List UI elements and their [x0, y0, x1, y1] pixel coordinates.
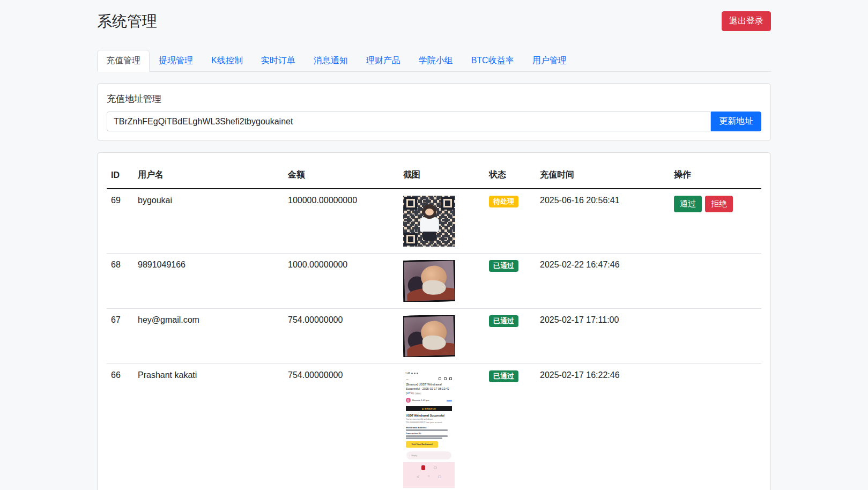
cell-status: 已通过 [485, 364, 536, 490]
tab-wealth-products-link[interactable]: 理财产品 [357, 50, 410, 72]
page-title: 系统管理 [97, 11, 157, 32]
txid-text-line [406, 437, 442, 439]
youtube-icon [421, 465, 425, 470]
cell-actions [670, 364, 761, 490]
header-id: ID [107, 162, 133, 189]
nav-home-icon: ○ [428, 474, 430, 478]
cell-amount: 1000.00000000 [284, 254, 399, 309]
table-row: 69 bygoukai 100000.00000000 [107, 189, 761, 254]
status-badge-pending: 待处理 [489, 196, 518, 207]
cell-id: 68 [107, 254, 133, 309]
cell-time: 2025-02-22 16:47:46 [536, 254, 670, 309]
header-username: 用户名 [133, 162, 284, 189]
sender-avatar: B [406, 398, 411, 403]
binance-brand-banner: ◆ BINANCE [406, 406, 452, 411]
inbox-tag: Inbox [414, 392, 421, 395]
address-input-group: 更新地址 [107, 112, 761, 131]
status-badge-approved: 已通过 [489, 370, 518, 382]
cell-username: hey@gmail.com [133, 309, 284, 364]
email-body-line: 754.00000000 USDT from your account. [406, 421, 452, 425]
tab-btc-yield[interactable]: BTC收益率 [462, 50, 523, 72]
qr-center-figure [418, 204, 441, 244]
withdrawal-address-label: Withdrawal Address: [403, 425, 455, 429]
email-subject: [Binance] USDT Withdrawal Successful - 2… [406, 383, 449, 395]
tab-recharge-management-link[interactable]: 充值管理 [97, 50, 150, 72]
tab-user-management-link[interactable]: 用户管理 [523, 50, 576, 72]
txid-text-line [406, 435, 448, 437]
header-actions: 操作 [670, 162, 761, 189]
cell-screenshot [399, 189, 485, 254]
table-row: 66 Prashant kakati 754.00000000 1:43 [107, 364, 761, 490]
tab-user-management[interactable]: 用户管理 [523, 50, 576, 72]
tab-message-notification[interactable]: 消息通知 [305, 50, 357, 72]
header-amount: 金额 [284, 162, 399, 189]
status-dot-icon [414, 373, 416, 374]
portrait-painting-image [403, 315, 455, 357]
recharge-address-input[interactable] [107, 112, 711, 131]
tab-kline-control-link[interactable]: K线控制 [202, 50, 252, 72]
cell-actions: 通过拒绝 [670, 189, 761, 254]
approve-button[interactable]: 通过 [674, 196, 702, 212]
cell-status: 已通过 [485, 309, 536, 364]
table-header-row: ID 用户名 金额 截图 状态 充值时间 操作 [107, 162, 761, 189]
logout-button[interactable]: 退出登录 [722, 11, 771, 31]
nav-back-icon: ◁ [417, 474, 419, 478]
tab-wealth-products[interactable]: 理财产品 [357, 50, 410, 72]
qr-finder-icon [404, 233, 417, 246]
cell-username: 9891049166 [133, 254, 284, 309]
qr-finder-icon [441, 197, 454, 210]
cell-screenshot [399, 254, 485, 309]
cell-actions [670, 254, 761, 309]
cell-status: 已通过 [485, 254, 536, 309]
status-badge-approved: 已通过 [489, 315, 518, 327]
page-header: 系统管理 退出登录 [97, 11, 771, 32]
transaction-id-label: Transaction ID: [403, 431, 455, 435]
code-icon: ( ) [434, 466, 437, 469]
cell-username: Prashant kakati [133, 364, 284, 490]
cell-username: bygoukai [133, 189, 284, 254]
recharge-address-card: 充值地址管理 更新地址 [97, 83, 771, 141]
tab-withdrawal-management-link[interactable]: 提现管理 [150, 50, 202, 72]
tab-btc-yield-link[interactable]: BTC收益率 [462, 50, 523, 72]
email-heading: USDT Withdrawal Successful [403, 413, 455, 418]
reject-button[interactable]: 拒绝 [705, 196, 733, 212]
cell-time: 2025-02-17 16:22:46 [536, 364, 670, 490]
tab-academy-group-link[interactable]: 学院小组 [410, 50, 462, 72]
tab-academy-group[interactable]: 学院小组 [410, 50, 462, 72]
tab-realtime-orders[interactable]: 实时订单 [252, 50, 305, 72]
tab-recharge-management[interactable]: 充值管理 [97, 50, 150, 72]
recharge-table: ID 用户名 金额 截图 状态 充值时间 操作 69 bygoukai 1000… [107, 162, 761, 490]
archive-icon [439, 377, 441, 380]
reply-bar: ← Reply [406, 451, 451, 459]
cell-screenshot: 1:43 ← [399, 364, 485, 490]
status-dot-icon [417, 373, 418, 374]
tab-kline-control[interactable]: K线控制 [202, 50, 252, 72]
update-address-button[interactable]: 更新地址 [711, 112, 761, 131]
portrait-painting-image [403, 260, 455, 302]
mail-icon [449, 377, 452, 380]
cell-time: 2025-02-17 17:11:00 [536, 309, 670, 364]
cell-time: 2025-06-16 20:56:41 [536, 189, 670, 254]
cell-actions [670, 309, 761, 364]
tab-message-notification-link[interactable]: 消息通知 [305, 50, 357, 72]
status-badge-approved: 已通过 [489, 260, 518, 272]
cell-status: 待处理 [485, 189, 536, 254]
main-container: 系统管理 退出登录 充值管理 提现管理 K线控制 实时订单 消息通知 理财产品 … [97, 0, 771, 490]
visit-dashboard-button: Visit Your Dashboard [406, 441, 438, 448]
delete-icon [444, 377, 447, 380]
recharge-records-card: ID 用户名 金额 截图 状态 充值时间 操作 69 bygoukai 1000… [97, 152, 771, 490]
cell-id: 69 [107, 189, 133, 254]
recharge-address-card-title: 充值地址管理 [107, 93, 761, 105]
header-screenshot: 截图 [399, 162, 485, 189]
tab-realtime-orders-link[interactable]: 实时订单 [252, 50, 305, 72]
tab-withdrawal-management[interactable]: 提现管理 [150, 50, 202, 72]
cell-amount: 754.00000000 [284, 309, 399, 364]
cell-id: 67 [107, 309, 133, 364]
cell-id: 66 [107, 364, 133, 490]
cell-amount: 100000.00000000 [284, 189, 399, 254]
nav-recent-icon: ▢ [438, 474, 441, 478]
qr-finder-icon [404, 197, 417, 210]
table-row: 68 9891049166 1000.00000000 [107, 254, 761, 309]
view-detail-link [447, 400, 452, 402]
status-dot-icon [411, 373, 413, 374]
